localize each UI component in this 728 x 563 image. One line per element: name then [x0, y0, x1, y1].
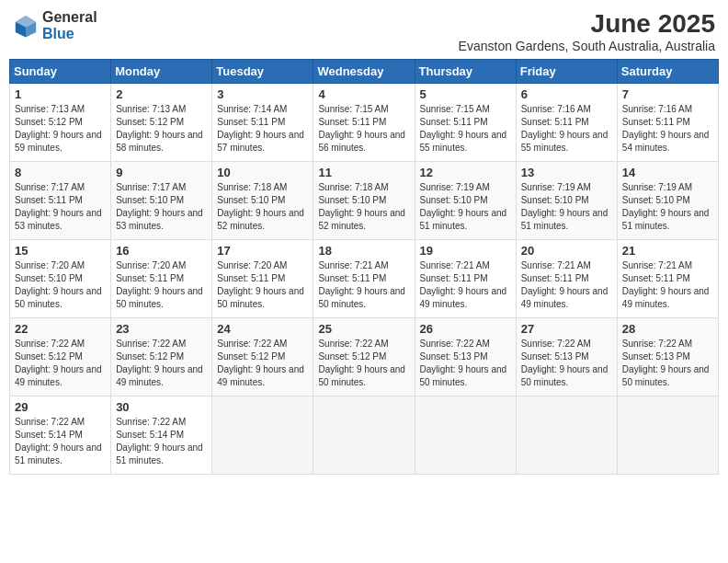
calendar-week-row: 29 Sunrise: 7:22 AM Sunset: 5:14 PM Dayl… [10, 396, 719, 475]
day-detail: Sunrise: 7:22 AM Sunset: 5:12 PM Dayligh… [217, 338, 308, 389]
calendar-day-cell: 21 Sunrise: 7:21 AM Sunset: 5:11 PM Dayl… [617, 240, 718, 318]
day-number: 8 [15, 166, 106, 179]
column-header-saturday: Saturday [617, 60, 718, 84]
day-detail: Sunrise: 7:15 AM Sunset: 5:11 PM Dayligh… [420, 103, 511, 155]
day-number: 19 [420, 244, 511, 258]
day-detail: Sunrise: 7:21 AM Sunset: 5:11 PM Dayligh… [521, 259, 612, 311]
day-number: 18 [318, 244, 409, 258]
day-number: 2 [116, 87, 207, 101]
calendar-day-cell: 8 Sunrise: 7:17 AM Sunset: 5:11 PM Dayli… [10, 162, 111, 240]
day-number: 6 [521, 87, 612, 101]
day-detail: Sunrise: 7:22 AM Sunset: 5:13 PM Dayligh… [521, 338, 612, 389]
location-title: Evanston Gardens, South Australia, Austr… [459, 39, 715, 53]
page-header: General Blue June 2025 Evanston Gardens,… [9, 9, 719, 53]
calendar-empty-cell [516, 396, 617, 475]
day-number: 12 [420, 166, 511, 179]
day-number: 24 [217, 322, 308, 336]
day-number: 21 [622, 244, 713, 258]
calendar-day-cell: 26 Sunrise: 7:22 AM Sunset: 5:13 PM Dayl… [415, 318, 516, 396]
day-detail: Sunrise: 7:22 AM Sunset: 5:12 PM Dayligh… [318, 338, 409, 389]
calendar-week-row: 22 Sunrise: 7:22 AM Sunset: 5:12 PM Dayl… [10, 318, 719, 396]
day-number: 5 [420, 87, 511, 101]
calendar-day-cell: 15 Sunrise: 7:20 AM Sunset: 5:10 PM Dayl… [10, 240, 111, 318]
calendar-empty-cell [212, 396, 313, 475]
day-detail: Sunrise: 7:21 AM Sunset: 5:11 PM Dayligh… [420, 259, 511, 311]
calendar-table: SundayMondayTuesdayWednesdayThursdayFrid… [9, 59, 719, 475]
day-number: 1 [15, 87, 106, 101]
calendar-day-cell: 11 Sunrise: 7:18 AM Sunset: 5:10 PM Dayl… [313, 162, 415, 240]
day-detail: Sunrise: 7:15 AM Sunset: 5:11 PM Dayligh… [318, 103, 409, 155]
day-detail: Sunrise: 7:21 AM Sunset: 5:11 PM Dayligh… [318, 259, 409, 311]
day-detail: Sunrise: 7:20 AM Sunset: 5:11 PM Dayligh… [116, 259, 207, 311]
column-header-monday: Monday [111, 60, 212, 84]
calendar-day-cell: 4 Sunrise: 7:15 AM Sunset: 5:11 PM Dayli… [313, 84, 415, 162]
calendar-empty-cell [617, 396, 718, 475]
logo-blue-text: Blue [42, 26, 97, 42]
day-detail: Sunrise: 7:21 AM Sunset: 5:11 PM Dayligh… [622, 259, 713, 311]
day-number: 11 [318, 166, 409, 179]
day-detail: Sunrise: 7:13 AM Sunset: 5:12 PM Dayligh… [116, 103, 207, 155]
calendar-header-row: SundayMondayTuesdayWednesdayThursdayFrid… [10, 60, 719, 84]
day-detail: Sunrise: 7:17 AM Sunset: 5:10 PM Dayligh… [116, 181, 207, 233]
day-number: 25 [318, 322, 409, 336]
day-detail: Sunrise: 7:16 AM Sunset: 5:11 PM Dayligh… [521, 103, 612, 155]
day-detail: Sunrise: 7:17 AM Sunset: 5:11 PM Dayligh… [15, 181, 106, 233]
title-block: June 2025 Evanston Gardens, South Austra… [459, 9, 715, 53]
day-detail: Sunrise: 7:22 AM Sunset: 5:14 PM Dayligh… [116, 416, 207, 467]
day-number: 16 [116, 244, 207, 258]
column-header-wednesday: Wednesday [313, 60, 415, 84]
day-number: 27 [521, 322, 612, 336]
day-number: 29 [15, 400, 106, 414]
calendar-day-cell: 23 Sunrise: 7:22 AM Sunset: 5:12 PM Dayl… [111, 318, 212, 396]
calendar-day-cell: 10 Sunrise: 7:18 AM Sunset: 5:10 PM Dayl… [212, 162, 313, 240]
calendar-week-row: 1 Sunrise: 7:13 AM Sunset: 5:12 PM Dayli… [10, 84, 719, 162]
day-number: 26 [420, 322, 511, 336]
calendar-day-cell: 6 Sunrise: 7:16 AM Sunset: 5:11 PM Dayli… [516, 84, 617, 162]
calendar-day-cell: 18 Sunrise: 7:21 AM Sunset: 5:11 PM Dayl… [313, 240, 415, 318]
day-number: 4 [318, 87, 409, 101]
calendar-day-cell: 22 Sunrise: 7:22 AM Sunset: 5:12 PM Dayl… [10, 318, 111, 396]
day-number: 22 [15, 322, 106, 336]
day-detail: Sunrise: 7:18 AM Sunset: 5:10 PM Dayligh… [217, 181, 308, 233]
logo-text: General Blue [42, 9, 97, 41]
logo-icon [13, 13, 39, 39]
day-detail: Sunrise: 7:22 AM Sunset: 5:12 PM Dayligh… [15, 338, 106, 389]
day-detail: Sunrise: 7:20 AM Sunset: 5:10 PM Dayligh… [15, 259, 106, 311]
day-detail: Sunrise: 7:22 AM Sunset: 5:12 PM Dayligh… [116, 338, 207, 389]
calendar-day-cell: 14 Sunrise: 7:19 AM Sunset: 5:10 PM Dayl… [617, 162, 718, 240]
calendar-day-cell: 9 Sunrise: 7:17 AM Sunset: 5:10 PM Dayli… [111, 162, 212, 240]
calendar-week-row: 15 Sunrise: 7:20 AM Sunset: 5:10 PM Dayl… [10, 240, 719, 318]
day-number: 9 [116, 166, 207, 179]
calendar-day-cell: 7 Sunrise: 7:16 AM Sunset: 5:11 PM Dayli… [617, 84, 718, 162]
day-detail: Sunrise: 7:20 AM Sunset: 5:11 PM Dayligh… [217, 259, 308, 311]
calendar-day-cell: 17 Sunrise: 7:20 AM Sunset: 5:11 PM Dayl… [212, 240, 313, 318]
column-header-tuesday: Tuesday [212, 60, 313, 84]
day-number: 20 [521, 244, 612, 258]
day-number: 7 [622, 87, 713, 101]
month-title: June 2025 [459, 9, 715, 39]
day-number: 14 [622, 166, 713, 179]
calendar-day-cell: 29 Sunrise: 7:22 AM Sunset: 5:14 PM Dayl… [10, 396, 111, 475]
day-number: 28 [622, 322, 713, 336]
column-header-thursday: Thursday [415, 60, 516, 84]
day-detail: Sunrise: 7:16 AM Sunset: 5:11 PM Dayligh… [622, 103, 713, 155]
day-detail: Sunrise: 7:14 AM Sunset: 5:11 PM Dayligh… [217, 103, 308, 155]
day-number: 3 [217, 87, 308, 101]
day-detail: Sunrise: 7:22 AM Sunset: 5:14 PM Dayligh… [15, 416, 106, 467]
day-number: 17 [217, 244, 308, 258]
day-detail: Sunrise: 7:22 AM Sunset: 5:13 PM Dayligh… [420, 338, 511, 389]
day-number: 15 [15, 244, 106, 258]
day-detail: Sunrise: 7:19 AM Sunset: 5:10 PM Dayligh… [521, 181, 612, 233]
calendar-day-cell: 13 Sunrise: 7:19 AM Sunset: 5:10 PM Dayl… [516, 162, 617, 240]
day-detail: Sunrise: 7:18 AM Sunset: 5:10 PM Dayligh… [318, 181, 409, 233]
column-header-friday: Friday [516, 60, 617, 84]
calendar-day-cell: 30 Sunrise: 7:22 AM Sunset: 5:14 PM Dayl… [111, 396, 212, 475]
day-detail: Sunrise: 7:19 AM Sunset: 5:10 PM Dayligh… [622, 181, 713, 233]
day-number: 30 [116, 400, 207, 414]
calendar-day-cell: 3 Sunrise: 7:14 AM Sunset: 5:11 PM Dayli… [212, 84, 313, 162]
calendar-empty-cell [313, 396, 415, 475]
calendar-week-row: 8 Sunrise: 7:17 AM Sunset: 5:11 PM Dayli… [10, 162, 719, 240]
calendar-day-cell: 24 Sunrise: 7:22 AM Sunset: 5:12 PM Dayl… [212, 318, 313, 396]
calendar-empty-cell [415, 396, 516, 475]
day-detail: Sunrise: 7:13 AM Sunset: 5:12 PM Dayligh… [15, 103, 106, 155]
